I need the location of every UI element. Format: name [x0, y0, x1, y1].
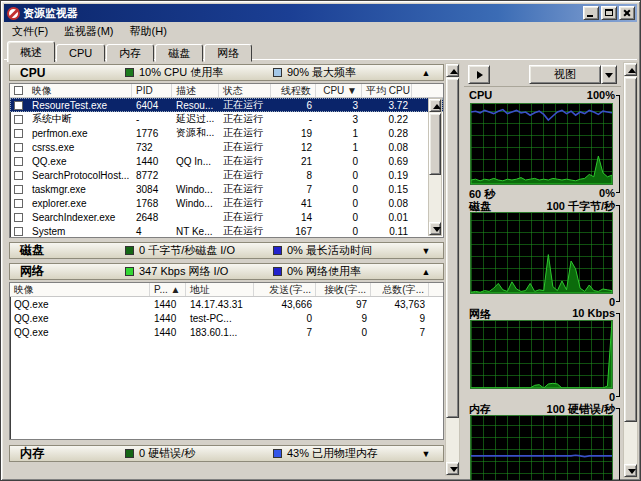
table-cell: 14 — [271, 212, 316, 223]
right-panel-scrollbar[interactable] — [623, 62, 638, 478]
scroll-down-button[interactable] — [429, 222, 441, 235]
col-pid[interactable]: PID — [132, 84, 172, 97]
table-cell: 3 — [316, 114, 362, 125]
col-total[interactable]: 总数(字... — [371, 283, 429, 296]
col-description[interactable]: 描述 — [172, 84, 219, 97]
expand-panel-button[interactable] — [468, 65, 490, 84]
table-row[interactable]: System4NT Ke...正在运行16700.11 — [10, 224, 443, 238]
left-panel-scrollbar[interactable] — [445, 63, 460, 476]
col-threads[interactable]: 线程数 — [271, 84, 316, 97]
row-checkbox[interactable] — [14, 157, 23, 166]
tab-overview[interactable]: 概述 — [7, 41, 55, 62]
cpu-collapse-button[interactable]: ▲ — [415, 66, 437, 79]
col-image[interactable]: 映像 — [10, 283, 150, 296]
row-checkbox[interactable] — [14, 199, 23, 208]
cpu-table-header[interactable]: 映像 PID 描述 状态 线程数 CPU ▼ 平均 CPU — [10, 84, 443, 98]
table-cell: 0.15 — [362, 184, 412, 195]
window-title: 资源监视器 — [23, 6, 583, 21]
scroll-up-button[interactable] — [429, 99, 441, 112]
table-cell: 正在运行 — [219, 168, 271, 182]
table-row[interactable]: explorer.exe1768Windo...正在运行4100.08 — [10, 196, 443, 210]
table-cell: 正在运行 — [219, 98, 271, 112]
maximize-icon — [605, 9, 613, 16]
cpu-table-scrollbar[interactable] — [428, 98, 442, 236]
menu-file[interactable]: 文件(F) — [4, 23, 56, 40]
row-checkbox[interactable] — [14, 101, 23, 110]
row-checkbox[interactable] — [14, 185, 23, 194]
tab-disk[interactable]: 磁盘 — [155, 44, 203, 62]
table-row[interactable]: QQ.exe144014.17.43.3143,6669743,763 — [10, 297, 443, 311]
table-row[interactable]: SearchProtocolHost...8772正在运行800.19 — [10, 168, 443, 182]
table-cell: 1768 — [132, 198, 172, 209]
col-pid[interactable]: P... ▲ — [150, 283, 186, 296]
scrollbar-thumb[interactable] — [429, 113, 441, 175]
table-row[interactable]: taskmgr.exe3084Windo...正在运行700.15 — [10, 182, 443, 196]
row-checkbox[interactable] — [14, 129, 23, 138]
arrow-down-icon — [433, 227, 441, 232]
network-section-header[interactable]: 网络 347 Kbps 网络 I/O 0% 网络使用率 ▲ — [9, 263, 444, 280]
table-cell: 正在运行 — [219, 182, 271, 196]
table-row[interactable]: 系统中断-延迟过...正在运行-30.22 — [10, 112, 443, 126]
cpu-graph-footer: 60 秒 0% — [469, 187, 615, 199]
col-cpu[interactable]: CPU ▼ — [316, 84, 362, 97]
cpu-graph-x-label: 60 秒 — [469, 187, 495, 199]
maximize-button[interactable] — [601, 6, 617, 20]
table-row[interactable]: QQ.exe1440test-PC...099 — [10, 311, 443, 325]
scroll-down-button[interactable] — [446, 462, 459, 475]
table-cell: 1 — [316, 128, 362, 139]
disk-section-header[interactable]: 磁盘 0 千字节/秒磁盘 I/O 0% 最长活动时间 ▼ — [9, 242, 444, 259]
table-row[interactable]: ResoureTest.exe6404Resou...正在运行633.72 — [10, 98, 443, 112]
scrollbar-thumb[interactable] — [446, 78, 459, 418]
app-icon — [7, 7, 20, 20]
table-cell: 1776 — [132, 128, 172, 139]
table-row[interactable]: QQ.exe1440183.60.1...707 — [10, 325, 443, 339]
tab-memory[interactable]: 内存 — [106, 44, 154, 62]
scroll-up-button[interactable] — [446, 64, 459, 77]
row-checkbox[interactable] — [14, 213, 23, 222]
row-checkbox[interactable] — [14, 115, 23, 124]
table-cell: 12 — [271, 142, 316, 153]
scrollbar-thumb[interactable] — [624, 77, 637, 422]
tab-cpu[interactable]: CPU — [56, 44, 105, 62]
table-row[interactable]: SearchIndexer.exe2648正在运行1400.01 — [10, 210, 443, 224]
disk-expand-button[interactable]: ▼ — [415, 244, 437, 257]
table-cell: 14.17.43.31 — [186, 299, 254, 310]
col-sent[interactable]: 发送(字... — [254, 283, 316, 296]
menu-help[interactable]: 帮助(H) — [122, 23, 175, 40]
menu-bar: 文件(F) 监视器(M) 帮助(H) — [4, 23, 637, 40]
col-image[interactable]: 映像 — [28, 84, 132, 97]
table-cell: 1 — [316, 142, 362, 153]
table-cell: 9 — [371, 313, 429, 324]
row-checkbox[interactable] — [14, 143, 23, 152]
network-usage-swatch — [273, 267, 282, 276]
view-dropdown-button[interactable] — [601, 65, 617, 84]
table-row[interactable]: perfmon.exe1776资源和...正在运行1910.28 — [10, 126, 443, 140]
title-bar[interactable]: 资源监视器 — [4, 4, 637, 22]
view-button[interactable]: 视图 — [529, 65, 601, 84]
table-row[interactable]: csrss.exe732正在运行1210.08 — [10, 140, 443, 154]
col-received[interactable]: 接收(字... — [316, 283, 371, 296]
tab-network[interactable]: 网络 — [204, 44, 252, 62]
close-button[interactable] — [619, 6, 635, 20]
menu-monitor[interactable]: 监视器(M) — [56, 23, 122, 40]
table-cell: 4 — [132, 226, 172, 237]
network-collapse-button[interactable]: ▲ — [415, 265, 437, 278]
scroll-up-button[interactable] — [624, 63, 637, 76]
table-row[interactable]: QQ.exe1440QQ In...正在运行2100.69 — [10, 154, 443, 168]
minimize-button[interactable] — [583, 6, 599, 20]
scroll-down-button[interactable] — [624, 464, 637, 477]
col-address[interactable]: 地址 — [186, 283, 254, 296]
memory-section-header[interactable]: 内存 0 硬错误/秒 43% 已用物理内存 ▼ — [9, 445, 444, 462]
memory-expand-button[interactable]: ▼ — [415, 447, 437, 460]
table-cell: 3 — [316, 100, 362, 111]
table-cell: 0.19 — [362, 170, 412, 181]
cpu-section-header[interactable]: CPU 10% CPU 使用率 90% 最大频率 ▲ — [9, 64, 444, 81]
col-avg-cpu[interactable]: 平均 CPU — [362, 84, 412, 97]
header-checkbox[interactable] — [14, 86, 23, 95]
col-status[interactable]: 状态 — [219, 84, 271, 97]
network-graph-title-row: 网络 10 Kbps — [469, 307, 615, 320]
network-table-header[interactable]: 映像 P... ▲ 地址 发送(字... 接收(字... 总数(字... — [10, 283, 443, 297]
network-usage-legend: 0% 网络使用率 — [287, 264, 361, 279]
row-checkbox[interactable] — [14, 227, 23, 236]
row-checkbox[interactable] — [14, 171, 23, 180]
